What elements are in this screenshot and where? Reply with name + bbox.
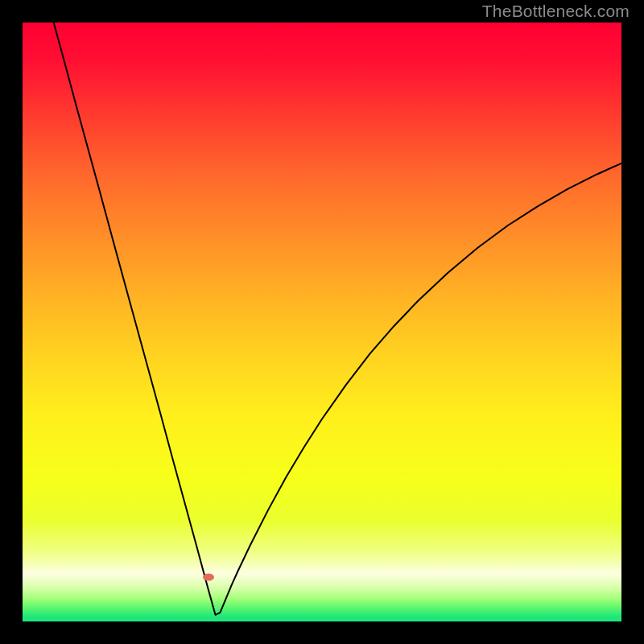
gradient-background xyxy=(23,23,621,621)
optimum-marker xyxy=(203,574,214,581)
bottleneck-chart xyxy=(0,0,644,644)
outer-frame: TheBottleneck.com xyxy=(0,0,644,644)
